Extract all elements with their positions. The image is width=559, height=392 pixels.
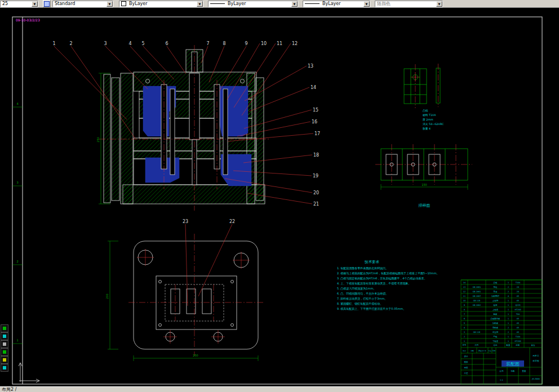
- tech-req-line: 5. 凸模进入凹模深度为1mm。: [337, 287, 376, 291]
- drawing-title: 装配图: [506, 362, 520, 367]
- lineweight-sample-icon: [305, 3, 320, 4]
- dim-lower-width: 250: [193, 354, 198, 357]
- callout-14: 14: [310, 85, 316, 90]
- bom-cell: 2: [508, 331, 509, 333]
- bom-cell: 1: [464, 340, 465, 342]
- zoom-combo[interactable]: 25 ▼: [0, 1, 38, 7]
- drawing-number: JS-2000: [531, 378, 540, 380]
- zone-label: 3: [16, 181, 18, 184]
- tech-req-title: 技术要求: [364, 260, 380, 264]
- callout-12: 12: [292, 41, 298, 46]
- school-name: 程学校: [533, 359, 539, 362]
- tech-req-line: 8. 紧固螺钉、销钉装配后不得松动。: [337, 302, 383, 306]
- callout-2: 2: [69, 41, 72, 46]
- linetype-sample-icon: [210, 3, 225, 4]
- bom-cell: 9: [464, 304, 465, 306]
- bom-cell: GB 119: [473, 300, 481, 302]
- change-label: 签名: [489, 350, 492, 352]
- callout-21: 21: [313, 202, 319, 207]
- strip-layout-view: 150 排样图: [375, 144, 472, 208]
- leader-line: [167, 46, 186, 74]
- bom-cell: 45: [517, 295, 519, 297]
- leader-line: [198, 224, 232, 296]
- bom-cell: 凸模固定板: [491, 318, 501, 320]
- bom-cell: HT200: [514, 309, 521, 311]
- bom-cell: 1: [508, 309, 509, 311]
- side-toolbar-grid-icon[interactable]: [1, 356, 8, 364]
- chevron-down-icon[interactable]: ▼: [436, 1, 442, 7]
- side-toolbar-color-icon[interactable]: [1, 332, 8, 340]
- bom-cell: 1: [508, 282, 509, 284]
- bom-cell: 20: [517, 286, 519, 288]
- linetype-icon: [3, 342, 6, 346]
- bom-cell: T10A: [515, 282, 521, 284]
- qty-label: 件数: [511, 370, 515, 372]
- ucs-icon: [19, 363, 39, 382]
- lower-plan-view: 200 250: [105, 234, 264, 361]
- style-icon: [44, 1, 50, 7]
- bom-cell: 下模座: [493, 340, 499, 342]
- chevron-down-icon[interactable]: ▼: [291, 1, 298, 7]
- role-label: 审核: [464, 366, 468, 369]
- bom-header: 名称: [494, 344, 498, 346]
- bom-cell: 2: [464, 336, 465, 338]
- text-style-combo[interactable]: Standard ▼: [52, 1, 113, 7]
- callout-23: 23: [183, 219, 188, 224]
- bom-cell: 垫板: [494, 313, 498, 315]
- bom-cell: T8A: [516, 313, 520, 315]
- detail-note: 材料 T10A: [422, 114, 436, 117]
- osnap-icon: [3, 350, 6, 354]
- callout-15: 15: [313, 108, 318, 113]
- side-toolbar-linetype-icon[interactable]: [1, 340, 8, 348]
- zoom-value: 25: [1, 1, 32, 7]
- tech-req-line: 9. 模具装配后上、下平面平行度误差不大于0.05mm。: [337, 307, 406, 311]
- callout-7: 7: [206, 41, 209, 46]
- plot-style-combo[interactable]: 随颜色 ▼: [375, 1, 443, 7]
- bom-cell: Q235: [515, 304, 520, 306]
- detail-note: 厚 2mm: [423, 118, 433, 121]
- dim-lower-height: 200: [105, 293, 109, 299]
- chevron-down-icon[interactable]: ▼: [107, 1, 113, 7]
- bom-cell: 1: [508, 313, 509, 315]
- change-label: 处数: [471, 350, 474, 352]
- drawing-area[interactable]: 4 3 2 1 09-10-03/2/23: [0, 8, 559, 386]
- linetype-combo[interactable]: ByLayer ▼: [208, 1, 298, 7]
- color-combo[interactable]: ByLayer ▼: [119, 1, 203, 7]
- scale-label: 比例: [500, 370, 504, 372]
- top-toolbar: 25 ▼ Standard ▼ ByLayer ▼ ByLayer ▼ ByLa…: [0, 0, 559, 8]
- text-style-button[interactable]: [43, 0, 51, 7]
- sheet-frame: 4 3 2 1 09-10-03/2/23: [12, 17, 542, 384]
- chevron-down-icon[interactable]: ▼: [32, 1, 38, 7]
- bom-cell: 4: [508, 295, 509, 297]
- bom-cell: 20: [517, 291, 519, 293]
- side-toolbar-osnap-icon[interactable]: [1, 348, 8, 356]
- drawing-canvas[interactable]: 4 3 2 1 09-10-03/2/23: [0, 8, 559, 386]
- tech-req-line: 7. 卸料板运动灵活，行程不小于3mm。: [337, 297, 387, 301]
- bom-cell: GB 2867: [473, 295, 481, 297]
- chevron-down-icon[interactable]: ▼: [363, 1, 370, 7]
- bom-cell: 7: [464, 313, 465, 315]
- tech-req-line: 1. 装配前清除各零件表面的毛刺和油污。: [337, 266, 388, 270]
- side-toolbar-ucs-icon[interactable]: [1, 364, 8, 372]
- lineweight-combo[interactable]: ByLayer ▼: [303, 1, 370, 7]
- bom-cell: GB 2862: [473, 304, 481, 306]
- school-name: 南京工: [533, 354, 539, 357]
- layout-tab[interactable]: 布局2 /: [2, 387, 16, 392]
- bom-cell: 2: [508, 291, 509, 293]
- chevron-down-icon[interactable]: ▼: [197, 1, 203, 7]
- bom-cell: T10A: [515, 336, 521, 338]
- bom-cell: 1: [508, 318, 509, 320]
- bom-cell: 45: [517, 318, 519, 320]
- detail-note: 数量 4: [423, 127, 431, 130]
- grid-icon: [3, 358, 6, 362]
- bom-cell: 1: [508, 322, 509, 324]
- status-bar: 布局2 /: [0, 386, 559, 392]
- tech-req-line: 4. 上、下模座装配后导柱导套滑动灵活，不得有卡滞现象。: [337, 282, 411, 286]
- color-icon: [3, 335, 6, 338]
- side-toolbar-layer-icon[interactable]: [1, 324, 8, 332]
- bom-cell: 导料板: [493, 326, 499, 329]
- change-label: 日期: [493, 350, 496, 352]
- change-label: 标记: [462, 350, 466, 352]
- callout-1: 1: [52, 41, 55, 46]
- color-swatch-icon: [121, 1, 126, 6]
